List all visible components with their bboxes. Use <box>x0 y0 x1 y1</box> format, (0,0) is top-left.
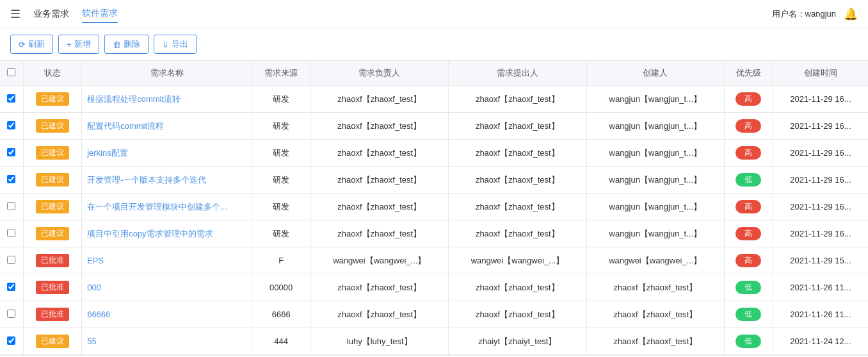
row-source-cell: 研发 <box>252 220 310 247</box>
row-time-cell: 2021-11-29 16... <box>773 140 868 167</box>
row-name-cell[interactable]: 项目中引用copy需求管理中的需求 <box>82 220 252 247</box>
delete-button[interactable]: 🗑 删除 <box>104 35 149 54</box>
table-row: 已批准EPSFwangwei【wangwei_...】wangwei【wangw… <box>0 247 868 274</box>
row-name-cell[interactable]: 根据流程处理commit流转 <box>82 86 252 113</box>
table-row: 已建议jerkins配置研发zhaoxf【zhaoxf_test】zhaoxf【… <box>0 140 868 167</box>
export-button[interactable]: ⇓ 导出 <box>154 35 197 54</box>
row-status-cell: 已批准 <box>23 301 82 328</box>
row-checkbox-cell <box>0 328 23 355</box>
priority-badge: 高 <box>735 146 761 160</box>
row-checkbox[interactable] <box>7 256 15 264</box>
row-owner-cell: wangwei【wangwei_...】 <box>310 247 449 274</box>
row-priority-cell: 高 <box>725 220 773 247</box>
row-status-cell: 已批准 <box>23 274 82 301</box>
row-creator-cell: wangjun【wangjun_t...】 <box>586 194 725 220</box>
status-badge: 已建议 <box>36 173 69 187</box>
row-checkbox[interactable] <box>7 283 15 291</box>
requirements-table: 状态 需求名称 需求来源 需求负责人 需求提出人 创建人 优先级 创建时间 已建… <box>0 61 868 355</box>
row-name-cell[interactable]: 配置代码commit流程 <box>82 113 252 140</box>
row-checkbox[interactable] <box>7 202 15 210</box>
row-checkbox[interactable] <box>7 94 15 103</box>
row-priority-cell: 高 <box>725 86 773 113</box>
row-priority-cell: 低 <box>725 274 773 301</box>
row-time-cell: 2021-11-26 11... <box>773 301 868 328</box>
row-checkbox[interactable] <box>7 336 15 345</box>
export-label: 导出 <box>172 38 188 50</box>
status-badge: 已批准 <box>36 254 69 267</box>
row-name-cell[interactable]: 在一个项目开发管理模块中创建多个... <box>82 194 252 220</box>
row-proposer-cell: zhaoxf【zhaoxf_test】 <box>449 167 587 194</box>
header-source: 需求来源 <box>252 61 310 86</box>
hamburger-icon[interactable]: ☰ <box>10 7 20 21</box>
add-button[interactable]: + 新增 <box>58 35 99 54</box>
row-creator-cell: wangjun【wangjun_t...】 <box>586 167 725 194</box>
tab-software[interactable]: 软件需求 <box>82 5 118 23</box>
row-checkbox[interactable] <box>7 175 15 183</box>
row-creator-cell: wangjun【wangjun_t...】 <box>586 113 725 140</box>
table-container: 状态 需求名称 需求来源 需求负责人 需求提出人 创建人 优先级 创建时间 已建… <box>0 61 868 355</box>
row-name-cell[interactable]: 66666 <box>82 301 252 328</box>
row-name-cell[interactable]: 55 <box>82 328 252 355</box>
tab-business[interactable]: 业务需求 <box>33 6 69 22</box>
refresh-button[interactable]: ⟳ 刷新 <box>10 35 53 54</box>
row-name-cell[interactable]: 000 <box>82 274 252 301</box>
select-all-checkbox[interactable] <box>7 68 15 76</box>
header-name: 需求名称 <box>82 61 252 86</box>
row-proposer-cell: zhaoxf【zhaoxf_test】 <box>449 86 587 113</box>
row-source-cell: 研发 <box>252 140 310 167</box>
row-status-cell: 已建议 <box>23 113 82 140</box>
row-checkbox[interactable] <box>7 121 15 129</box>
status-badge: 已建议 <box>36 92 69 106</box>
bell-icon[interactable]: 🔔 <box>844 7 858 21</box>
header-priority: 优先级 <box>725 61 773 86</box>
status-badge: 已建议 <box>36 200 69 213</box>
row-status-cell: 已建议 <box>23 328 82 355</box>
header-status: 状态 <box>23 61 82 86</box>
row-name-cell[interactable]: jerkins配置 <box>82 140 252 167</box>
row-source-cell: F <box>252 247 310 274</box>
row-checkbox[interactable] <box>7 148 15 156</box>
row-status-cell: 已建议 <box>23 140 82 167</box>
row-time-cell: 2021-11-29 16... <box>773 167 868 194</box>
row-priority-cell: 高 <box>725 113 773 140</box>
status-badge: 已批准 <box>36 281 69 294</box>
refresh-icon: ⟳ <box>19 40 26 49</box>
row-checkbox-cell <box>0 86 23 113</box>
priority-badge: 低 <box>735 308 761 321</box>
row-proposer-cell: zhaoxf【zhaoxf_test】 <box>449 113 587 140</box>
row-checkbox[interactable] <box>7 229 15 237</box>
row-status-cell: 已建议 <box>23 220 82 247</box>
row-source-cell: 研发 <box>252 194 310 220</box>
toolbar: ⟳ 刷新 + 新增 🗑 删除 ⇓ 导出 <box>0 28 868 61</box>
priority-badge: 低 <box>735 335 761 348</box>
row-time-cell: 2021-11-29 15... <box>773 247 868 274</box>
status-badge: 已建议 <box>36 119 69 133</box>
delete-label: 删除 <box>124 38 140 50</box>
table-row: 已建议配置代码commit流程研发zhaoxf【zhaoxf_test】zhao… <box>0 113 868 140</box>
add-icon: + <box>67 40 72 49</box>
row-status-cell: 已建议 <box>23 194 82 220</box>
row-owner-cell: zhaoxf【zhaoxf_test】 <box>310 86 449 113</box>
row-name-cell[interactable]: EPS <box>82 247 252 274</box>
status-badge: 已建议 <box>36 227 69 240</box>
row-priority-cell: 高 <box>725 194 773 220</box>
row-source-cell: 研发 <box>252 113 310 140</box>
row-creator-cell: wangwei【wangwei_...】 <box>586 247 725 274</box>
row-checkbox-cell <box>0 247 23 274</box>
header-time: 创建时间 <box>773 61 868 86</box>
table-body: 已建议根据流程处理commit流转研发zhaoxf【zhaoxf_test】zh… <box>0 86 868 355</box>
priority-badge: 低 <box>735 173 761 187</box>
row-name-cell[interactable]: 开发管理-一个版本支持多个迭代 <box>82 167 252 194</box>
row-owner-cell: zhaoxf【zhaoxf_test】 <box>310 140 449 167</box>
row-creator-cell: wangjun【wangjun_t...】 <box>586 220 725 247</box>
status-badge: 已批准 <box>36 308 69 321</box>
row-source-cell: 研发 <box>252 86 310 113</box>
table-row: 已建议在一个项目开发管理模块中创建多个...研发zhaoxf【zhaoxf_te… <box>0 194 868 220</box>
row-checkbox-cell <box>0 194 23 220</box>
row-priority-cell: 高 <box>725 247 773 274</box>
status-badge: 已建议 <box>36 335 69 348</box>
row-priority-cell: 低 <box>725 167 773 194</box>
header-right: 用户名：wangjun 🔔 <box>772 7 858 21</box>
row-checkbox[interactable] <box>7 310 15 318</box>
row-owner-cell: luhy【luhy_test】 <box>310 328 449 355</box>
